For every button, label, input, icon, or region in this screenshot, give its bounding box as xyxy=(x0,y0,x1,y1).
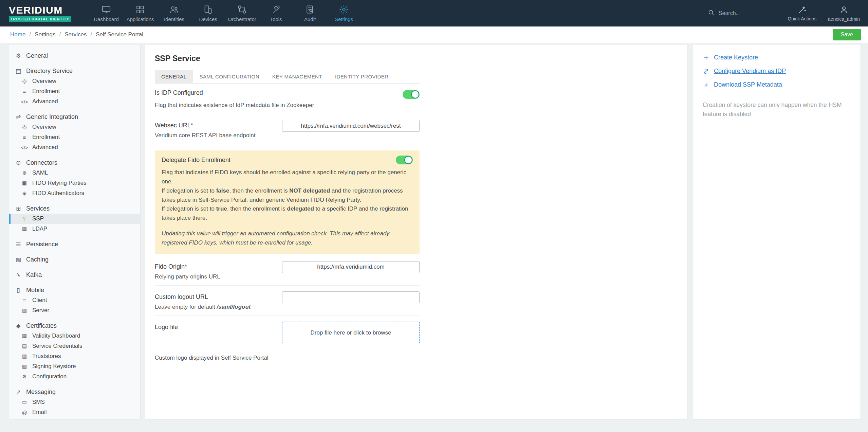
sidebar-item-persistence[interactable]: ☰Persistence xyxy=(9,239,140,249)
delegate-description-line3: If delegation is set to true, then the e… xyxy=(162,204,413,223)
directory-icon: ▤ xyxy=(14,68,23,75)
tab-general[interactable]: GENERAL xyxy=(155,70,193,83)
certificate-icon: ◆ xyxy=(14,322,23,329)
search-input[interactable] xyxy=(718,9,776,18)
nav-item-tools[interactable]: Tools xyxy=(259,0,293,26)
nav-item-dashboard[interactable]: Dashboard xyxy=(89,0,123,26)
is-idp-configured-toggle[interactable] xyxy=(403,90,420,99)
credentials-icon: ▤ xyxy=(20,343,29,349)
sidebar-item-gi-overview[interactable]: ◎Overview xyxy=(9,122,140,132)
brand-name: VERIDIUM xyxy=(9,5,71,15)
services-icon: ⊞ xyxy=(14,205,23,212)
sidebar-item-directory-service[interactable]: ▤Directory Service xyxy=(9,66,140,76)
create-keystore-link[interactable]: Create Keystore xyxy=(703,54,851,61)
sidebar-item-server[interactable]: ▥Server xyxy=(9,305,140,316)
tab-key-management[interactable]: KEY MANAGEMENT xyxy=(266,70,329,83)
breadcrumb-settings[interactable]: Settings xyxy=(35,31,55,38)
nav-item-orchestrator[interactable]: Orchestrator xyxy=(225,0,259,26)
sidebar-item-truststores[interactable]: ▥Truststores xyxy=(9,351,140,361)
sidebar-item-label: Advanced xyxy=(32,144,58,151)
integration-icon: ⇄ xyxy=(14,113,23,121)
sidebar-item-service-credentials[interactable]: ▤Service Credentials xyxy=(9,341,140,351)
sidebar-item-mobile[interactable]: ▯Mobile xyxy=(9,285,140,295)
top-nav: VERIDIUM TRUSTED DIGITAL IDENTITY Dashbo… xyxy=(0,0,868,26)
sidebar-item-label: Advanced xyxy=(32,98,58,105)
sidebar-item-ldap[interactable]: ▦LDAP xyxy=(9,224,140,234)
configure-veridium-as-idp-link[interactable]: Configure Veridium as IDP xyxy=(703,68,851,75)
brand-logo[interactable]: VERIDIUM TRUSTED DIGITAL IDENTITY xyxy=(9,5,71,22)
fido-origin-input[interactable] xyxy=(282,261,420,273)
sidebar-item-configuration[interactable]: ⚙Configuration xyxy=(9,372,140,382)
action-label: Create Keystore xyxy=(714,54,758,61)
sidebar-item-ds-advanced[interactable]: </>Advanced xyxy=(9,96,140,107)
sidebar-item-gi-advanced[interactable]: </>Advanced xyxy=(9,142,140,152)
nav-item-identities[interactable]: Identities xyxy=(157,0,191,26)
sidebar-item-ds-enrollment[interactable]: ≡Enrollment xyxy=(9,86,140,96)
quick-actions-button[interactable]: Quick Actions xyxy=(787,5,818,21)
user-menu[interactable]: aencica_admin xyxy=(828,5,860,22)
caching-icon: ▧ xyxy=(14,256,23,263)
nav-label: Identities xyxy=(164,16,184,22)
nav-label: Applications xyxy=(127,16,154,22)
tab-identity-provider[interactable]: IDENTITY PROVIDER xyxy=(329,70,395,83)
sidebar-item-messaging[interactable]: ↗Messaging xyxy=(9,387,140,397)
tab-bar: GENERAL SAML CONFIGURATION KEY MANAGEMEN… xyxy=(155,70,420,84)
applications-icon xyxy=(135,4,145,15)
nav-item-settings[interactable]: Settings xyxy=(327,0,361,26)
nav-label: Orchestrator xyxy=(228,16,256,22)
enrollment-icon: ≡ xyxy=(20,89,29,94)
sidebar-item-email[interactable]: @Email xyxy=(9,407,140,417)
download-ssp-metadata-link[interactable]: Download SSP Metadata xyxy=(703,81,851,88)
sidebar-item-label: Overview xyxy=(32,78,56,85)
sidebar-item-fido-relying-parties[interactable]: ▣FIDO Relying Parties xyxy=(9,178,140,188)
nav-label: Settings xyxy=(335,16,353,22)
sidebar-item-signing-keystore[interactable]: ▧Signing Keystore xyxy=(9,361,140,372)
sidebar-item-sms[interactable]: ▭SMS xyxy=(9,397,140,407)
sidebar-item-caching[interactable]: ▧Caching xyxy=(9,254,140,265)
nav-item-audit[interactable]: Audit xyxy=(293,0,327,26)
sidebar-item-ssp[interactable]: ⇧SSP xyxy=(9,214,140,224)
toggle-knob xyxy=(411,90,419,98)
action-label: Download SSP Metadata xyxy=(714,81,782,88)
sidebar-item-label: Kafka xyxy=(26,271,42,278)
sidebar-item-generic-integration[interactable]: ⇄Generic Integration xyxy=(9,112,140,122)
breadcrumb-services[interactable]: Services xyxy=(64,31,87,38)
sidebar-item-label: Truststores xyxy=(32,353,61,360)
breadcrumb-home[interactable]: Home xyxy=(10,31,25,38)
custom-logout-url-input[interactable] xyxy=(282,291,420,303)
sidebar-item-saml[interactable]: ⊛SAML xyxy=(9,168,140,178)
sidebar-item-validity-dashboard[interactable]: ▦Validity Dashboard xyxy=(9,331,140,341)
sidebar-item-label: Server xyxy=(32,307,49,314)
sidebar-item-client[interactable]: □Client xyxy=(9,295,140,305)
field-fido-origin: Fido Origin* Relying party origins URL xyxy=(155,255,420,286)
sidebar-item-services[interactable]: ⊞Services xyxy=(9,203,140,214)
toggle-knob xyxy=(404,156,412,164)
sidebar-item-label: Email xyxy=(32,409,47,416)
search-icon xyxy=(707,8,715,17)
nav-item-devices[interactable]: Devices xyxy=(191,0,225,26)
sidebar-item-gi-enrollment[interactable]: ≡Enrollment xyxy=(9,132,140,142)
nav-label: Tools xyxy=(270,16,282,22)
logo-file-dropzone[interactable]: Drop file here or click to browse xyxy=(282,322,420,344)
connectors-icon: ⊙ xyxy=(14,159,23,166)
sidebar-item-general[interactable]: ⚙General xyxy=(9,51,140,61)
nav-item-applications[interactable]: Applications xyxy=(123,0,157,26)
sidebar-item-fido-authenticators[interactable]: ◈FIDO Authenticators xyxy=(9,188,140,198)
sidebar-item-connectors[interactable]: ⊙Connectors xyxy=(9,158,140,168)
sidebar-item-label: Messaging xyxy=(26,389,56,396)
sidebar-item-label: FIDO Authenticators xyxy=(32,190,84,197)
sidebar-item-ds-overview[interactable]: ◎Overview xyxy=(9,76,140,86)
sidebar-item-label: Enrollment xyxy=(32,134,60,141)
tab-saml-configuration[interactable]: SAML CONFIGURATION xyxy=(193,70,266,83)
sidebar-item-certificates[interactable]: ◆Certificates xyxy=(9,321,140,331)
sidebar-item-label: SSP xyxy=(32,215,44,222)
websec-url-input[interactable] xyxy=(282,120,420,132)
sidebar-item-kafka[interactable]: ∿Kafka xyxy=(9,270,140,280)
sidebar-item-label: Enrollment xyxy=(32,88,60,95)
ldap-icon: ▦ xyxy=(20,226,29,232)
save-button[interactable]: Save xyxy=(833,29,861,40)
nav-label: Devices xyxy=(199,16,217,22)
kafka-icon: ∿ xyxy=(14,271,23,278)
delegate-fido-enrollment-toggle[interactable] xyxy=(396,156,413,164)
sidebar-item-label: Certificates xyxy=(26,322,57,329)
